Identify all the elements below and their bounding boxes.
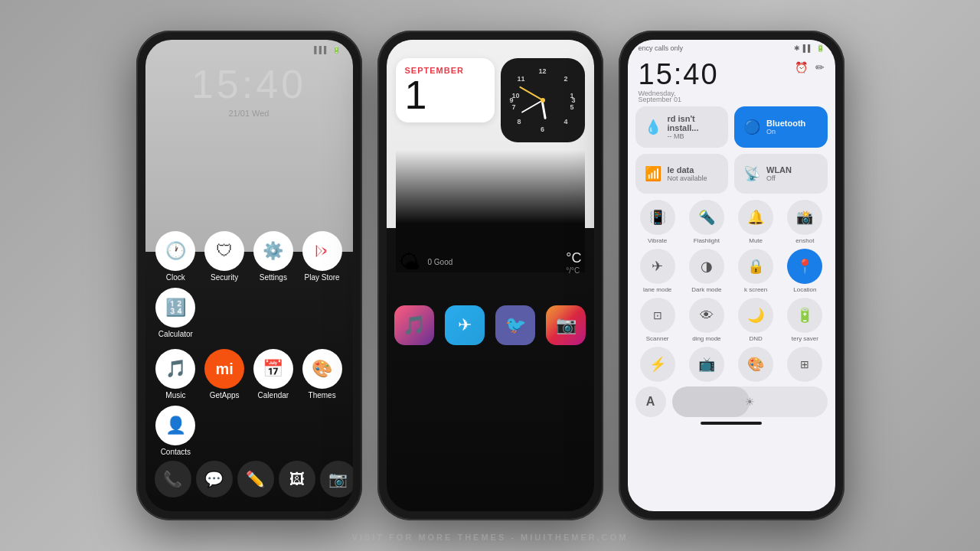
control-row2: ✈ lane mode ◑ Dark mode 🔒 k screen 📍 Loc… — [628, 249, 835, 293]
app-instagram[interactable]: 📷 — [546, 305, 586, 345]
phone2-screen: SEPTEMBER 1 12 3 6 9 2 11 4 — [387, 40, 594, 511]
gallery-icon[interactable]: 🖼 — [279, 461, 315, 497]
edit-icon[interactable]: ✏ — [815, 61, 825, 73]
calendar-icon[interactable]: 📅 — [253, 349, 293, 389]
dock-phone[interactable]: 📞 — [155, 461, 191, 497]
ctrl-lockscreen[interactable]: 🔒 k screen — [733, 249, 778, 293]
playstore-icon[interactable] — [302, 231, 342, 271]
phone-1: ▌▌▌ 🔋 15:40 21/01 Wed 🕐 Clock 🛡 Security… — [136, 31, 362, 520]
app-contacts[interactable]: 👤 Contacts — [155, 406, 198, 456]
app-calendar-label: Calendar — [258, 391, 289, 399]
alarm-icon[interactable]: ⏰ — [795, 61, 808, 73]
vibrate-icon[interactable]: 📳 — [640, 200, 675, 235]
app-getapps[interactable]: mi GetApps — [203, 349, 246, 399]
weather-temp: °C °/°C — [566, 250, 581, 275]
ctrl-color[interactable]: 🎨 — [733, 347, 778, 382]
ctrl-location[interactable]: 📍 Location — [782, 249, 827, 293]
app-calculator[interactable]: 🔢 Calculator — [155, 288, 198, 338]
ctrl-darkmode[interactable]: ◑ Dark mode — [684, 249, 729, 293]
signal-bars-icon: ▌▌ — [803, 44, 813, 52]
contacts-icon[interactable]: 👤 — [155, 406, 195, 445]
screenshot-label: enshot — [795, 237, 814, 244]
airplane-icon[interactable]: ✈ — [640, 249, 675, 284]
phone1-status-bar: ▌▌▌ 🔋 — [145, 40, 353, 54]
battery-status-icon: 🔋 — [816, 44, 825, 52]
bluetooth-tile-icon: 🔵 — [743, 119, 760, 135]
tile-bluetooth[interactable]: 🔵 Bluetooth On — [734, 106, 828, 148]
dock-messages[interactable]: 💬 — [196, 461, 233, 497]
phone-call-icon[interactable]: 📞 — [155, 461, 191, 497]
color-icon[interactable]: 🎨 — [738, 347, 773, 382]
status-right-icons: ✱ ▌▌ 🔋 — [794, 44, 825, 52]
flashlight-icon[interactable]: 🔦 — [689, 200, 724, 235]
scanner-icon[interactable]: ⊡ — [640, 298, 675, 333]
a-button[interactable]: A — [635, 386, 666, 417]
themes-icon[interactable]: 🎨 — [302, 349, 342, 389]
ctrl-reading[interactable]: 👁 ding mode — [684, 298, 729, 342]
location-icon[interactable]: 📍 — [787, 249, 822, 284]
mute-label: Mute — [749, 237, 763, 244]
app-telegram[interactable]: ✈ — [445, 305, 485, 345]
screenshot-icon[interactable]: 📸 — [787, 200, 822, 235]
ctrl-mute[interactable]: 🔔 Mute — [733, 200, 778, 244]
cast-icon[interactable]: 📺 — [689, 347, 724, 382]
notes-icon[interactable]: ✏️ — [237, 461, 274, 497]
phone3-screen: ency calls only ✱ ▌▌ 🔋 15:40 Wednesday, … — [628, 40, 835, 511]
ctrl-vibrate[interactable]: 📳 Vibrate — [635, 200, 680, 244]
calculator-icon[interactable]: 🔢 — [155, 288, 195, 328]
settings-icon[interactable]: ⚙️ — [253, 231, 293, 271]
control-row3: ⊡ Scanner 👁 ding mode 🌙 DND 🔋 tery saver — [628, 298, 835, 342]
security-icon[interactable]: 🛡 — [204, 231, 244, 271]
ctrl-cast[interactable]: 📺 — [684, 347, 729, 382]
darkmode-icon[interactable]: ◑ — [689, 249, 724, 284]
mute-icon[interactable]: 🔔 — [738, 200, 773, 235]
lockscreen-icon[interactable]: 🔒 — [738, 249, 773, 284]
ctrl-scanner[interactable]: ⊡ Scanner — [635, 298, 680, 342]
app-clock[interactable]: 🕐 Clock — [155, 231, 198, 282]
app-themes[interactable]: 🎨 Themes — [301, 349, 344, 399]
getapps-icon[interactable]: mi — [204, 349, 244, 389]
tile-data-usage[interactable]: 💧 rd isn't install... -- MB — [635, 106, 729, 148]
app-apple-music[interactable]: 🎵 — [394, 305, 434, 345]
scanner-label: Scanner — [646, 335, 669, 342]
app-twitter[interactable]: 🐦 — [495, 305, 535, 345]
app-security[interactable]: 🛡 Security — [203, 231, 246, 282]
ctrl-flashlight[interactable]: 🔦 Flashlight — [684, 200, 729, 244]
music-icon[interactable]: 🎵 — [155, 349, 195, 389]
ctrl-extra[interactable]: ⊞ — [782, 347, 827, 382]
tile-mobile-data[interactable]: 📶 le data Not available — [635, 154, 729, 194]
phone1-app-grid: 🕐 Clock 🛡 Security ⚙️ Settings Play Stor… — [145, 225, 353, 344]
ctrl-airplane[interactable]: ✈ lane mode — [635, 249, 680, 293]
tile-wlan-title: WLAN — [766, 165, 792, 174]
weather-aqi: 0 Good — [428, 258, 453, 266]
clock-icon[interactable]: 🕐 — [155, 231, 195, 271]
weather-info: 0 Good — [428, 258, 453, 266]
phone1-dock: 📞 💬 ✏️ 🖼 📷 — [145, 455, 353, 504]
app-playstore[interactable]: Play Store — [301, 231, 344, 282]
dnd-icon[interactable]: 🌙 — [738, 298, 773, 333]
camera-icon[interactable]: 📷 — [320, 461, 353, 497]
ctrl-battery-saver[interactable]: 🔋 tery saver — [782, 298, 827, 342]
charge-icon[interactable]: ⚡ — [640, 347, 675, 382]
calendar-clock-row: SEPTEMBER 1 12 3 6 9 2 11 4 — [396, 58, 585, 142]
home-bar[interactable] — [701, 422, 762, 425]
extra-icon[interactable]: ⊞ — [787, 347, 822, 382]
battery-saver-label: tery saver — [792, 335, 818, 342]
airplane-label: lane mode — [643, 286, 671, 293]
ctrl-dnd[interactable]: 🌙 DND — [733, 298, 778, 342]
app-music[interactable]: 🎵 Music — [155, 349, 198, 399]
dock-camera[interactable]: 📷 — [320, 461, 353, 497]
clock-widget: 12 3 6 9 2 11 4 8 10 1 5 7 — [501, 58, 585, 142]
calendar-day: 1 — [405, 75, 485, 115]
reading-icon[interactable]: 👁 — [689, 298, 724, 333]
brightness-bar[interactable]: ☀ — [672, 386, 828, 417]
app-settings[interactable]: ⚙️ Settings — [252, 231, 295, 282]
dock-gallery[interactable]: 🖼 — [279, 461, 315, 497]
ctrl-charge[interactable]: ⚡ — [635, 347, 680, 382]
app-calendar[interactable]: 📅 Calendar — [252, 349, 295, 399]
dock-notes[interactable]: ✏️ — [237, 461, 274, 497]
tile-wlan[interactable]: 📡 WLAN Off — [734, 154, 828, 194]
battery-saver-icon[interactable]: 🔋 — [787, 298, 822, 333]
ctrl-screenshot[interactable]: 📸 enshot — [782, 200, 827, 244]
messages-icon[interactable]: 💬 — [196, 461, 233, 497]
